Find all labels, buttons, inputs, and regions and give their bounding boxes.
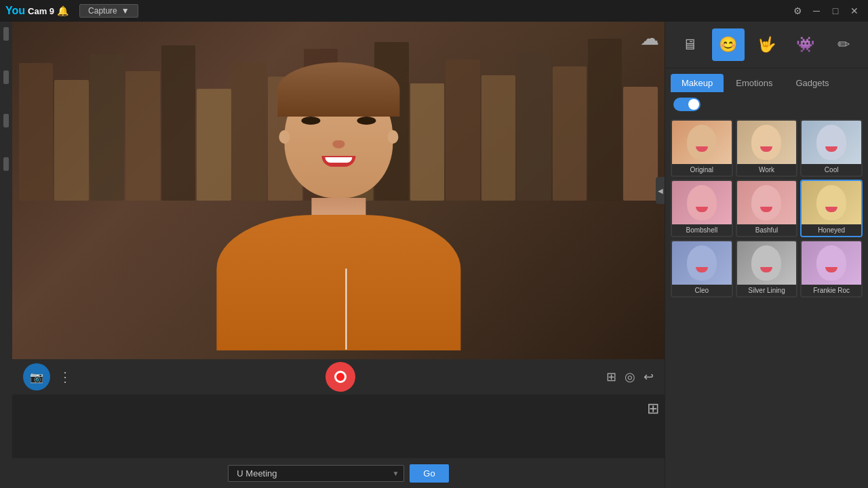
tab-gadgets[interactable]: Gadgets <box>785 74 840 92</box>
app-name-you: You <box>5 5 25 17</box>
filter-cleo-label: Cleo <box>672 285 732 296</box>
filter-work-thumb <box>737 121 797 164</box>
maximize-button[interactable]: □ <box>827 3 844 19</box>
filter-cleo[interactable]: Cleo <box>671 240 733 298</box>
toggle-row <box>665 92 868 117</box>
main-content: ☁ ◀ 📷 ⋮ ⊞ ◎ ↩ ⊞ <box>0 22 868 488</box>
left-handle-3 <box>3 114 9 127</box>
top-icon-row: 🖥 😊 🤟 👾 ✏ <box>665 22 868 68</box>
settings-button[interactable]: ⚙ <box>789 3 806 19</box>
camera-button[interactable]: 📷 <box>23 363 50 390</box>
meeting-bar: U Meeting Zoom Teams Skype Google Meet G… <box>12 458 665 488</box>
filter-frankie-roc[interactable]: Frankie Roc <box>800 240 863 298</box>
meeting-select[interactable]: U Meeting Zoom Teams Skype Google Meet <box>228 465 404 482</box>
filter-bombshell-thumb <box>672 181 732 224</box>
bottom-area: ⊞ U Meeting Zoom Teams Skype Google Meet… <box>12 394 665 488</box>
controls-bar: 📷 ⋮ ⊞ ◎ ↩ <box>12 359 665 394</box>
filter-cool-label: Cool <box>802 164 861 176</box>
left-handle-2 <box>3 70 9 84</box>
filter-bashful-thumb <box>737 181 797 224</box>
filter-silver-thumb <box>737 241 797 285</box>
app-name-cam: Cam 9 <box>28 6 54 16</box>
filter-silver-label: Silver Lining <box>737 285 797 296</box>
cloud-upload-icon[interactable]: ☁ <box>640 27 659 49</box>
top-icon-face[interactable]: 😊 <box>712 28 745 61</box>
filter-honeyed-label: Honeyed <box>802 224 861 236</box>
minimize-button[interactable]: ─ <box>808 3 825 19</box>
right-panel: 🖥 😊 🤟 👾 ✏ Makeup Emotions Gadgets <box>665 22 868 488</box>
top-icon-gesture[interactable]: 🤟 <box>750 28 783 61</box>
filter-frankie-thumb <box>802 241 861 285</box>
close-button[interactable]: ✕ <box>846 3 863 19</box>
filter-work[interactable]: Work <box>736 119 798 177</box>
record-dot <box>334 371 347 383</box>
more-options-button[interactable]: ⋮ <box>56 366 75 388</box>
person-area <box>142 56 534 359</box>
notification-bell-icon[interactable]: 🔔 <box>57 5 68 16</box>
filter-work-label: Work <box>737 164 797 176</box>
record-button[interactable] <box>326 362 355 392</box>
filter-frankie-label: Frankie Roc <box>802 285 861 296</box>
capture-label: Capture <box>88 6 117 16</box>
tabs: Makeup Emotions Gadgets <box>665 68 868 92</box>
grid-view-button[interactable]: ⊞ <box>647 400 659 418</box>
left-handle-4 <box>3 157 9 171</box>
filter-bombshell[interactable]: Bombshell <box>671 180 733 237</box>
collapse-panel-button[interactable]: ◀ <box>656 177 665 204</box>
undo-icon[interactable]: ↩ <box>644 369 654 384</box>
video-feed <box>12 22 665 359</box>
tab-makeup[interactable]: Makeup <box>671 74 724 92</box>
video-section: ☁ ◀ 📷 ⋮ ⊞ ◎ ↩ ⊞ <box>12 22 665 488</box>
tab-emotions[interactable]: Emotions <box>725 74 783 92</box>
filter-honeyed-thumb <box>802 181 861 224</box>
filter-silver-lining[interactable]: Silver Lining <box>736 240 798 298</box>
sweater-area <box>216 215 460 350</box>
filter-bashful-label: Bashful <box>737 224 797 236</box>
window-controls: ⚙ ─ □ ✕ <box>789 3 863 19</box>
go-button[interactable]: Go <box>410 464 448 483</box>
video-container: ☁ ◀ <box>12 22 665 359</box>
makeup-toggle[interactable] <box>673 98 701 111</box>
filter-bashful[interactable]: Bashful <box>736 180 798 237</box>
effects-icon[interactable]: ◎ <box>625 369 635 384</box>
face-area <box>284 76 393 198</box>
filter-original-label: Original <box>672 164 732 176</box>
layers-icon[interactable]: ⊞ <box>606 369 616 384</box>
filter-cleo-thumb <box>672 241 732 285</box>
left-panel <box>0 22 12 488</box>
top-icon-pen[interactable]: ✏ <box>827 28 860 61</box>
capture-dropdown-icon: ▼ <box>121 6 130 16</box>
top-icon-monitor[interactable]: 🖥 <box>673 28 706 61</box>
bottom-content: ⊞ <box>12 394 665 458</box>
filter-bombshell-label: Bombshell <box>672 224 732 236</box>
filter-original-thumb <box>672 121 732 164</box>
left-handle-1 <box>3 27 9 41</box>
meeting-select-wrapper: U Meeting Zoom Teams Skype Google Meet <box>228 465 404 482</box>
top-icon-avatar[interactable]: 👾 <box>789 28 821 61</box>
controls-right: ⊞ ◎ ↩ <box>606 369 654 384</box>
titlebar: YouCam 9 🔔 Capture ▼ ⚙ ─ □ ✕ <box>0 0 868 22</box>
filter-cool[interactable]: Cool <box>800 119 863 177</box>
filter-grid: Original Work Cool <box>665 117 868 300</box>
app-logo: YouCam 9 <box>5 5 54 17</box>
camera-icon: 📷 <box>30 371 43 384</box>
filter-cool-thumb <box>802 121 861 164</box>
filter-original[interactable]: Original <box>671 119 733 177</box>
capture-button[interactable]: Capture ▼ <box>79 4 138 18</box>
filter-honeyed[interactable]: Honeyed <box>800 180 863 237</box>
